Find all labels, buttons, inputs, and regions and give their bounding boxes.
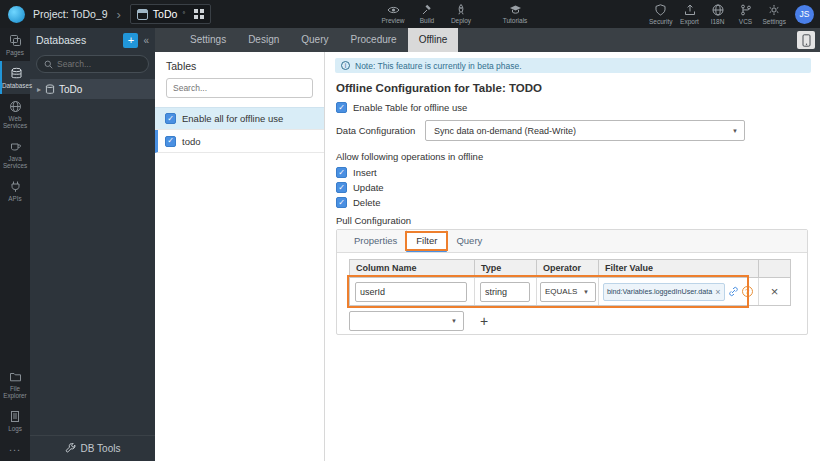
web-services-label: Web Services xyxy=(1,115,29,129)
tables-search-input[interactable] xyxy=(173,83,306,93)
cell-type xyxy=(475,278,537,305)
user-avatar[interactable]: JS xyxy=(795,5,814,24)
apis-icon xyxy=(9,180,22,193)
enable-all-row[interactable]: Enable all for offline use xyxy=(155,107,324,130)
data-configuration-select[interactable]: Sync data on-demand (Read-Write) xyxy=(425,120,745,141)
operator-value: EQUALS xyxy=(545,287,577,296)
sidebar-item-logs[interactable]: Logs xyxy=(0,404,30,437)
sidebar-item-web-services[interactable]: Web Services xyxy=(0,94,30,134)
branch-icon xyxy=(740,4,752,16)
remove-row-icon[interactable]: × xyxy=(771,284,779,299)
operation-update-row: Update xyxy=(336,182,384,193)
security-button[interactable]: Security xyxy=(649,4,672,25)
pull-tab-query[interactable]: Query xyxy=(447,230,491,252)
device-preview-button[interactable] xyxy=(797,31,815,49)
pages-label: Pages xyxy=(1,49,29,56)
header-operator: Operator xyxy=(537,260,599,277)
database-cylinder-icon xyxy=(45,84,55,95)
export-button[interactable]: Export xyxy=(679,4,701,25)
update-checkbox[interactable] xyxy=(336,182,347,193)
hammer-icon xyxy=(421,4,433,15)
operator-select[interactable]: EQUALS xyxy=(540,282,596,302)
help-icon[interactable]: ? xyxy=(742,286,753,297)
pull-configuration-panel: Properties Filter Query Column Name Type… xyxy=(336,229,808,335)
operation-insert-row: Insert xyxy=(336,167,377,178)
deploy-button[interactable]: Deploy xyxy=(446,4,476,24)
tab-query[interactable]: Query xyxy=(290,28,339,52)
add-row-button[interactable]: + xyxy=(480,314,488,328)
graduation-cap-icon xyxy=(509,4,522,15)
insert-checkbox[interactable] xyxy=(336,167,347,178)
studio-tab-bar: Settings Design Query Procedure Offline xyxy=(155,28,820,52)
pull-tab-filter[interactable]: Filter xyxy=(406,230,447,252)
pull-configuration-label: Pull Configuration xyxy=(336,215,411,226)
table-row-todo[interactable]: todo xyxy=(155,130,324,153)
settings-button[interactable]: Settings xyxy=(763,4,787,25)
tree-expand-icon[interactable]: ▸ xyxy=(37,85,41,94)
tab-offline[interactable]: Offline xyxy=(408,28,459,52)
tutorials-button[interactable]: Tutorials xyxy=(500,4,530,24)
cell-actions: × xyxy=(759,278,790,305)
tab-design[interactable]: Design xyxy=(237,28,290,52)
databases-search[interactable] xyxy=(36,55,149,73)
top-nav: Preview Build Deploy Tutorials xyxy=(378,0,530,28)
enable-all-checkbox[interactable] xyxy=(165,113,176,124)
apps-grid-icon[interactable] xyxy=(194,9,204,19)
databases-search-input[interactable] xyxy=(57,59,137,69)
databases-label: Databases xyxy=(2,82,30,89)
sidebar-item-java-services[interactable]: Java Services xyxy=(0,134,30,174)
export-label: Export xyxy=(680,18,699,25)
rail-overflow-button[interactable]: ... xyxy=(9,437,21,461)
clear-binding-icon[interactable]: × xyxy=(715,287,720,297)
preview-button[interactable]: Preview xyxy=(378,5,408,24)
i18n-label: I18N xyxy=(711,18,725,25)
beta-note-banner: Note: This feature is currently in beta … xyxy=(335,58,811,73)
enable-table-checkbox[interactable] xyxy=(336,102,347,113)
cell-filter-value: bind:Variables.loggedInUser.data × ? xyxy=(599,278,759,305)
database-tree-item-todo[interactable]: ▸ ToDo xyxy=(30,79,155,99)
data-configuration-value: Sync data on-demand (Read-Write) xyxy=(434,126,576,136)
new-column-select[interactable] xyxy=(349,311,464,331)
vcs-button[interactable]: VCS xyxy=(735,4,757,25)
bind-expression-token[interactable]: bind:Variables.loggedInUser.data × xyxy=(603,283,725,301)
type-input[interactable] xyxy=(480,282,530,302)
column-name-input[interactable] xyxy=(355,282,467,302)
bind-link-icon[interactable] xyxy=(728,286,739,297)
web-services-icon xyxy=(9,100,22,113)
collapse-panel-icon[interactable]: « xyxy=(143,35,149,46)
i18n-button[interactable]: I18N xyxy=(707,4,729,25)
tab-procedure[interactable]: Procedure xyxy=(340,28,408,52)
mobile-device-icon xyxy=(802,34,811,47)
databases-panel-title: Databases xyxy=(36,34,118,46)
app-window-icon xyxy=(137,9,148,20)
build-button[interactable]: Build xyxy=(412,4,442,24)
app-dirty-indicator: ° xyxy=(182,11,185,18)
tab-settings[interactable]: Settings xyxy=(179,28,237,52)
eye-icon xyxy=(387,5,400,15)
delete-checkbox[interactable] xyxy=(336,197,347,208)
vcs-label: VCS xyxy=(739,18,752,25)
sidebar-item-apis[interactable]: APIs xyxy=(0,174,30,207)
search-icon xyxy=(44,60,53,69)
info-icon xyxy=(341,61,350,70)
pull-tab-properties[interactable]: Properties xyxy=(345,230,406,252)
sidebar-item-pages[interactable]: Pages xyxy=(0,28,30,61)
todo-table-checkbox[interactable] xyxy=(165,136,176,147)
folder-icon xyxy=(9,371,22,383)
top-bar: Project: ToDo_9 › ToDo ° Preview Build D… xyxy=(0,0,820,28)
db-tools-button[interactable]: DB Tools xyxy=(30,435,155,461)
page-title: Offline Configuration for Table: TODO xyxy=(336,82,542,94)
header-type: Type xyxy=(475,260,537,277)
db-tools-label: DB Tools xyxy=(81,443,121,454)
app-selector[interactable]: ToDo ° xyxy=(130,4,211,24)
sidebar-item-databases[interactable]: Databases xyxy=(0,61,30,94)
tables-search[interactable] xyxy=(166,78,313,98)
sidebar-item-file-explorer[interactable]: File Explorer xyxy=(0,365,30,404)
wavemaker-logo-icon[interactable] xyxy=(8,6,25,23)
top-right-nav: Security Export I18N VCS Settings JS xyxy=(649,0,814,28)
add-database-button[interactable]: + xyxy=(123,33,138,48)
filter-tab-content: Column Name Type Operator Filter Value xyxy=(337,253,807,331)
operations-label: Allow following operations in offline xyxy=(336,151,483,162)
filter-row-userid: EQUALS bind:Variables.loggedInUser.data … xyxy=(349,278,791,306)
file-explorer-label: File Explorer xyxy=(1,385,29,399)
